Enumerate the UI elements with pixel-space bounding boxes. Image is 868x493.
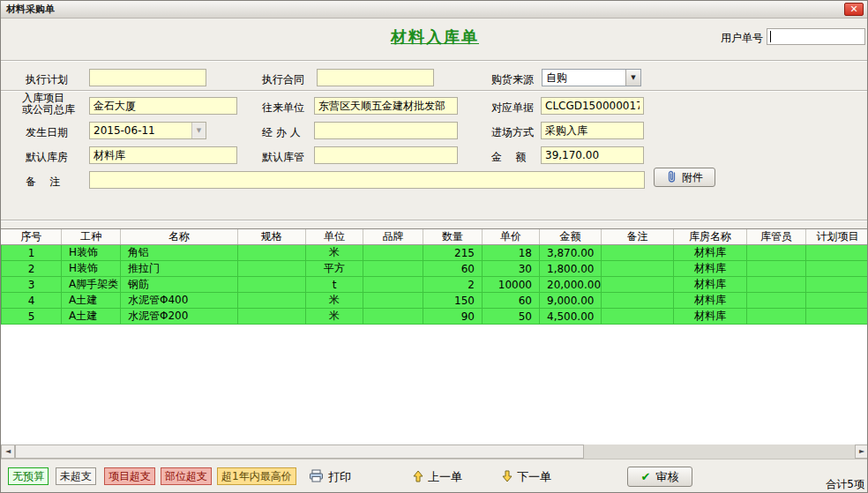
table-cell: 1,800.00 — [540, 261, 602, 277]
table-row[interactable]: 1H装饰角铝米215183,870.00材料库 — [2, 245, 868, 261]
column-header: 金额 — [540, 229, 602, 245]
table-cell: A土建 — [62, 309, 121, 325]
legend-no-budget: 无预算 — [8, 467, 49, 485]
supplier-input[interactable] — [314, 97, 458, 115]
handler-input[interactable] — [314, 122, 458, 139]
print-button[interactable]: 打印 — [309, 467, 351, 488]
table-cell — [602, 245, 674, 261]
printer-icon — [309, 469, 324, 485]
table-cell: 30 — [483, 261, 540, 277]
table-cell: 1 — [2, 245, 62, 261]
ref-doc-label: 对应单据 — [491, 101, 534, 116]
close-icon: ✕ — [849, 4, 857, 15]
legend-max-price: 超1年内最高价 — [217, 467, 296, 485]
table-cell — [747, 309, 806, 325]
window-title: 材料采购单 — [6, 3, 55, 16]
table-cell: 10000 — [483, 277, 540, 293]
amount-label: 金 额 — [491, 150, 526, 165]
exec-contract-input[interactable] — [317, 69, 434, 86]
table-row[interactable]: 2H装饰推拉门平方60301,800.00材料库 — [2, 261, 868, 277]
items-grid: 序号工种名称规格单位品牌数量单价金额备注库房名称库管员计划项目1H装饰角铝米21… — [1, 228, 868, 444]
table-cell: 3,870.00 — [540, 245, 602, 261]
chevron-down-icon[interactable]: ▼ — [625, 70, 640, 86]
table-row[interactable]: 4A土建水泥管Φ400米150609,000.00材料库 — [2, 293, 868, 309]
table-cell — [238, 261, 306, 277]
date-picker[interactable]: 2015-06-11 ▼ — [89, 122, 206, 139]
amount-input[interactable] — [541, 146, 644, 164]
table-cell: t — [306, 277, 363, 293]
table-cell — [602, 309, 674, 325]
project-input[interactable] — [89, 97, 237, 115]
table-cell: 9,000.00 — [540, 293, 602, 309]
table-row[interactable]: 3A脚手架类钢筋t21000020,000.00材料库 — [2, 277, 868, 293]
previous-order-button[interactable]: 上一单 — [413, 467, 462, 488]
entry-mode-input[interactable] — [541, 122, 644, 139]
table-cell — [806, 309, 868, 325]
audit-button[interactable]: ✔ 审核 — [627, 467, 692, 487]
items-table: 序号工种名称规格单位品牌数量单价金额备注库房名称库管员计划项目1H装饰角铝米21… — [1, 229, 868, 325]
keeper-input[interactable] — [314, 146, 458, 164]
remark-input[interactable] — [89, 171, 645, 189]
table-cell — [747, 277, 806, 293]
table-cell: 2 — [423, 277, 483, 293]
column-header: 数量 — [423, 229, 483, 245]
audit-label: 审核 — [655, 469, 678, 485]
scrollbar-thumb[interactable] — [15, 444, 584, 459]
table-cell: 60 — [423, 261, 483, 277]
table-cell: 4,500.00 — [540, 309, 602, 325]
scroll-left-icon[interactable]: ◄ — [1, 444, 15, 459]
date-label: 发生日期 — [26, 125, 68, 140]
titlebar: 材料采购单 ✕ — [1, 1, 867, 19]
table-cell — [602, 277, 674, 293]
table-cell: 米 — [306, 245, 363, 261]
previous-order-label: 上一单 — [428, 469, 462, 485]
column-header: 规格 — [238, 229, 306, 245]
table-cell: 角铝 — [121, 245, 238, 261]
purchase-source-select[interactable]: 自购 ▼ — [542, 69, 641, 86]
table-cell — [602, 261, 674, 277]
bottom-toolbar: 无预算 未超支 项目超支 部位超支 超1年内最高价 打印 上一单 下一单 ✔ 审… — [1, 459, 868, 493]
horizontal-scrollbar[interactable]: ◄ ► — [1, 444, 868, 459]
table-cell: A土建 — [62, 293, 121, 309]
table-cell: 215 — [423, 245, 483, 261]
table-cell: 米 — [306, 309, 363, 325]
table-cell — [238, 309, 306, 325]
next-order-button[interactable]: 下一单 — [502, 467, 551, 488]
user-no-input[interactable] — [767, 28, 865, 45]
table-cell — [238, 293, 306, 309]
close-button[interactable]: ✕ — [844, 3, 864, 16]
divider — [1, 90, 868, 92]
table-cell — [602, 293, 674, 309]
table-cell: 20,000.00 — [540, 277, 602, 293]
warehouse-input[interactable] — [89, 146, 237, 164]
attachment-button[interactable]: 附件 — [654, 168, 715, 187]
calendar-dropdown-icon[interactable]: ▼ — [191, 123, 206, 138]
table-cell: 90 — [423, 309, 483, 325]
exec-plan-input[interactable] — [89, 69, 206, 86]
column-header: 计划项目 — [806, 229, 868, 245]
supplier-label: 往来单位 — [262, 101, 304, 116]
table-cell — [806, 245, 868, 261]
column-header: 名称 — [121, 229, 238, 245]
text-caret — [770, 31, 771, 42]
table-cell: A脚手架类 — [62, 277, 121, 293]
table-cell — [238, 245, 306, 261]
table-cell — [363, 309, 423, 325]
divider — [1, 220, 868, 221]
project-label: 入库项目或公司总库 — [22, 93, 75, 116]
table-cell: 50 — [483, 309, 540, 325]
ref-doc-input[interactable] — [541, 97, 644, 115]
table-cell — [363, 261, 423, 277]
table-cell: 材料库 — [674, 261, 747, 277]
print-label: 打印 — [328, 469, 351, 485]
table-row[interactable]: 5A土建水泥管Φ200米90504,500.00材料库 — [2, 309, 868, 325]
table-cell: 材料库 — [674, 309, 747, 325]
table-cell: 60 — [483, 293, 540, 309]
scroll-right-icon[interactable]: ► — [855, 444, 868, 459]
column-header: 序号 — [2, 229, 62, 245]
column-header: 单位 — [306, 229, 363, 245]
material-purchase-window: 材料采购单 ✕ 材料入库单 用户单号 执行计划 执行合同 购货来源 自购 ▼ 入… — [0, 0, 868, 493]
user-no-label: 用户单号 — [721, 31, 763, 46]
table-cell — [238, 277, 306, 293]
purchase-source-label: 购货来源 — [491, 72, 534, 87]
